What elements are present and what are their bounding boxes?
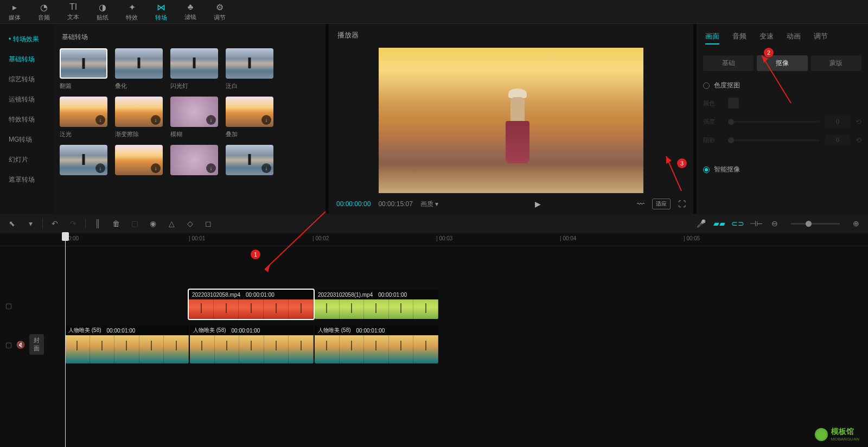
select-tool[interactable]: ⬉ <box>5 217 18 230</box>
transition-item[interactable]: ↓ <box>60 145 107 178</box>
transition-item[interactable]: ↓ <box>170 145 218 178</box>
transition-thumb[interactable] <box>170 48 218 79</box>
transition-thumb[interactable] <box>115 48 163 79</box>
top-tool-滤镜[interactable]: ♣滤镜 <box>176 0 205 23</box>
timeline[interactable]: 00:00| 00:01| 00:02| 00:03| 00:04| 00:05… <box>0 233 868 447</box>
transition-thumb[interactable]: ↓ <box>226 145 273 175</box>
transition-thumb[interactable] <box>226 48 273 79</box>
transition-thumb[interactable]: ↓ <box>170 145 218 175</box>
intensity-slider[interactable] <box>728 121 820 123</box>
quality-selector[interactable]: 画质 ▾ <box>420 200 438 209</box>
top-tool-文本[interactable]: TI文本 <box>59 0 88 23</box>
transition-item[interactable]: 叠化 <box>115 48 163 90</box>
transition-item[interactable]: ↓模糊 <box>170 97 218 138</box>
redo-button[interactable]: ↷ <box>67 217 80 230</box>
download-icon[interactable]: ↓ <box>261 115 271 125</box>
right-tab[interactable]: 变速 <box>760 31 774 44</box>
transition-item[interactable]: ↓叠加 <box>226 97 273 138</box>
transition-item[interactable]: 闪光灯 <box>170 48 218 90</box>
download-icon[interactable]: ↓ <box>151 163 161 173</box>
tool-rect[interactable]: ▢ <box>128 217 141 230</box>
tool-crop[interactable]: ◻ <box>202 217 215 230</box>
tool-rotate[interactable]: ◇ <box>183 217 196 230</box>
intensity-value[interactable]: 0 <box>825 116 850 127</box>
sub-tab[interactable]: 抠像 <box>757 55 807 71</box>
transition-thumb[interactable]: ↓ <box>60 97 107 127</box>
download-icon[interactable]: ↓ <box>261 163 271 173</box>
ruler[interactable]: 00:00| 00:01| 00:02| 00:03| 00:04| 00:05 <box>0 233 868 246</box>
chroma-radio[interactable] <box>703 82 710 89</box>
right-tab[interactable]: 调节 <box>814 31 828 44</box>
magnet-button[interactable]: ▰▰ <box>713 217 726 230</box>
color-swatch[interactable] <box>728 98 739 108</box>
transition-item[interactable]: ↓泛光 <box>60 97 107 138</box>
split-button[interactable]: ║ <box>91 217 104 230</box>
sidebar-item[interactable]: 运镜转场 <box>0 90 54 110</box>
link-button[interactable]: ⊂⊃ <box>731 217 744 230</box>
play-button[interactable]: ▶ <box>535 200 541 208</box>
transition-item[interactable]: ↓ <box>226 145 273 178</box>
chroma-key-row[interactable]: 色度抠图 <box>703 81 861 90</box>
sidebar-item[interactable]: 特效转场 <box>0 110 54 130</box>
zoom-slider[interactable] <box>791 223 840 225</box>
select-dropdown[interactable]: ▾ <box>24 217 37 230</box>
clip-main-1[interactable]: 人物唯美 (58) 00:00:01:00 <box>65 325 189 363</box>
download-icon[interactable]: ↓ <box>206 115 216 125</box>
right-tab[interactable]: 画面 <box>705 31 719 44</box>
transition-thumb[interactable]: ↓ <box>60 145 107 175</box>
waveform-icon[interactable]: 〰 <box>637 200 644 208</box>
right-tab[interactable]: 音频 <box>732 31 746 44</box>
transition-thumb[interactable]: ↓ <box>226 97 273 127</box>
clip-video-2[interactable]: 202203102058(1).mp4 00:00:01:00 <box>315 290 438 319</box>
transition-thumb[interactable] <box>60 48 107 79</box>
tool-mirror[interactable]: △ <box>165 217 178 230</box>
transition-thumb[interactable]: ↓ <box>170 97 218 127</box>
transition-item[interactable]: 翻篇 <box>60 48 107 90</box>
top-tool-调节[interactable]: ⚙调节 <box>205 0 234 23</box>
top-tool-贴纸[interactable]: ◑贴纸 <box>88 0 117 23</box>
track-visibility-icon[interactable]: ▢ <box>5 302 12 310</box>
shadow-value[interactable]: 0 <box>825 135 850 145</box>
shadow-slider[interactable] <box>728 139 820 141</box>
reset-icon[interactable]: ⟲ <box>856 136 861 144</box>
zoom-in-button[interactable]: ⊕ <box>850 217 863 230</box>
track-visibility-icon[interactable]: ▢ <box>5 341 12 349</box>
sidebar-item[interactable]: 幻灯片 <box>0 150 54 170</box>
zoom-out-button[interactable]: ⊖ <box>768 217 781 230</box>
sidebar-item[interactable]: MG转场 <box>0 130 54 150</box>
transition-thumb[interactable]: ↓ <box>115 145 163 175</box>
smart-radio[interactable] <box>703 167 710 173</box>
sub-tab[interactable]: 基础 <box>703 55 754 71</box>
smart-cutout-row[interactable]: 智能抠像 <box>703 165 861 174</box>
transition-item[interactable]: ↓渐变擦除 <box>115 97 163 138</box>
transition-item[interactable]: 泛白 <box>226 48 273 90</box>
transition-thumb[interactable]: ↓ <box>115 97 163 127</box>
transition-item[interactable]: ↓ <box>115 145 163 178</box>
top-tool-媒体[interactable]: ▸媒体 <box>0 0 29 23</box>
download-icon[interactable]: ↓ <box>206 163 216 173</box>
top-tool-音频[interactable]: ◔音频 <box>29 0 59 23</box>
clip-main-2[interactable]: 人物唯美 (58) 00:00:01:00 <box>190 325 314 363</box>
tool-record[interactable]: ◉ <box>146 217 159 230</box>
clip-video-1[interactable]: 202203102058.mp4 00:00:01:00 <box>189 290 314 319</box>
right-tab[interactable]: 动画 <box>787 31 801 44</box>
reset-icon[interactable]: ⟲ <box>856 118 861 126</box>
top-tool-转场[interactable]: ⋈转场 <box>146 0 176 23</box>
top-tool-特效[interactable]: ✦特效 <box>117 0 146 23</box>
track-mute-icon[interactable]: 🔇 <box>16 341 25 349</box>
sidebar-item[interactable]: 遮罩转场 <box>0 170 54 190</box>
align-button[interactable]: ⊣⊢ <box>750 217 763 230</box>
download-icon[interactable]: ↓ <box>151 115 161 125</box>
sub-tab[interactable]: 蒙版 <box>811 55 861 71</box>
playhead[interactable] <box>65 233 66 447</box>
fit-button[interactable]: 适应 <box>652 199 671 209</box>
download-icon[interactable]: ↓ <box>95 115 105 125</box>
mic-button[interactable]: 🎤 <box>694 217 707 230</box>
sidebar-item[interactable]: 综艺转场 <box>0 69 54 90</box>
download-icon[interactable]: ↓ <box>95 163 105 173</box>
sidebar-item[interactable]: 基础转场 <box>0 49 54 69</box>
delete-button[interactable]: 🗑 <box>110 217 123 230</box>
clip-main-3[interactable]: 人物唯美 (58) 00:00:01:00 <box>315 325 438 363</box>
undo-button[interactable]: ↶ <box>48 217 61 230</box>
fullscreen-icon[interactable]: ⛶ <box>678 200 686 208</box>
